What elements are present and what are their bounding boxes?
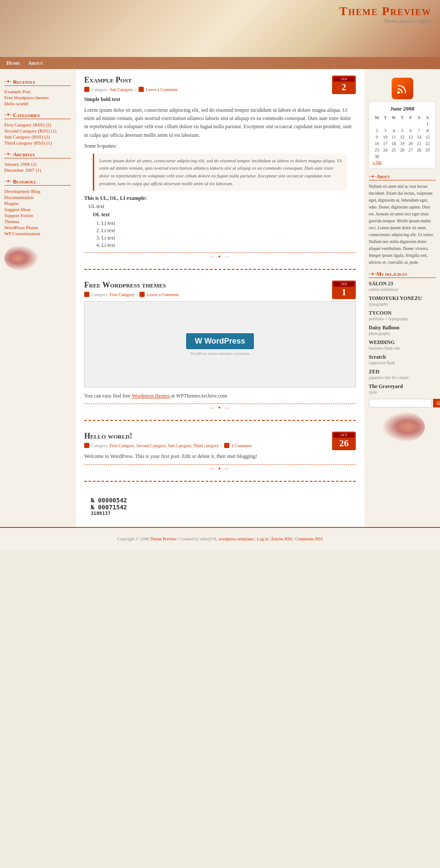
post2-category-link[interactable]: First Category [110,292,135,297]
footer-theme-link[interactable]: Theme Preview [150,537,177,541]
number-line3: 3108137 [91,511,349,516]
footer-entries-rss[interactable]: Entries RSS [271,537,292,541]
del-sub-2: portfolio + typography [369,316,436,321]
wordpress-screenshot: W WordPress WordPress admin interface sc… [84,301,356,388]
post1-month: JAN [333,77,355,82]
footer-login[interactable]: Log in [257,537,268,541]
cal-th-t2: T [398,114,407,121]
post1-body: Lorem ipsum dolor sit amet, consectetur … [84,106,356,139]
cal-row-3: 9101112131415 [373,134,432,140]
del-sub-6: japanese site for cirque [369,375,436,380]
sidebar-docs[interactable]: Documentation [4,194,71,200]
calendar-nav: « Jan [373,160,432,164]
sidebar-cat-sub[interactable]: Sub Category (RSS) (2) [4,134,71,140]
blood-splash-right [369,412,436,446]
post3-title: Hello world! [84,432,356,441]
post3-body: Welcome to WordPress. This is your first… [84,452,356,461]
cal-th-s: S [415,114,424,121]
del-title-3: Daisy Balloon [369,325,436,331]
cal-th-f: F [406,114,415,121]
post-example: JAN 2 Example Post Category: Sub Categor… [84,76,356,270]
footer-wp-templates[interactable]: wordpress templates [218,537,254,541]
nav-home[interactable]: Home [6,60,20,66]
post2-comment-icon [139,292,145,297]
post3-cat-sub[interactable]: Sub Category [168,443,191,448]
del-title-1: TOMOYUKI YONEZU [369,295,436,302]
del-title-2: TYCOON [369,310,436,316]
sidebar-link-example-post[interactable]: Example Post [4,88,71,95]
archives-title: Archives [4,151,71,158]
about-body: Nullam sit amet nisl ac erat luctus tinc… [369,183,436,266]
category-icon [84,87,89,92]
nav-about[interactable]: About [28,60,43,66]
main-wrapper: Recently Example Post Free Wordpress the… [0,69,440,527]
sidebar-link-free-themes[interactable]: Free Wordpress themes [4,95,71,101]
sidebar-dev-blog[interactable]: Development Blog [4,188,71,194]
post1-leave-comment[interactable]: Leave a Comment [146,87,177,92]
post1-bold: Simple bold text [84,96,356,103]
sidebar-cat-first[interactable]: First Category (RSS) (2) [4,122,71,128]
post1-divider: — ✦ — [84,253,356,259]
post3-divider: — ✦ — [84,464,356,471]
cal-th-t: T [381,114,390,121]
del-item-0: SALON 23 online exhibition [369,281,436,292]
svg-point-0 [397,91,400,94]
post2-themes-link[interactable]: Wordpress themes [132,393,170,399]
del-sub-7: style [369,390,436,395]
sidebar-support-forum[interactable]: Support Forum [4,212,71,218]
rss-icon [392,78,413,99]
sidebar-wp-custom[interactable]: WP Customization [4,230,71,237]
post2-divider: — ✦ — [84,404,356,410]
footer-comments-rss[interactable]: Comments RSS [295,537,323,541]
post2-title: Free Wordpress themes [84,281,356,290]
post1-meta: Category: Sub Category | Leave a Comment [84,87,328,92]
post1-category-link[interactable]: Sub Category [110,87,133,92]
del-sub-0: online exhibition [369,287,436,292]
sidebar-archive-dec[interactable]: December 2007 (1) [4,167,71,173]
sidebar-suggest-ideas[interactable]: Suggest Ideas [4,206,71,212]
cal-row-4: 16171819202122 [373,140,432,147]
sidebar-cat-third[interactable]: Third category (RSS) (1) [4,140,71,146]
post3-date-badge: OCT 26 [332,432,356,450]
cal-prev[interactable]: « Jan [373,160,382,164]
del-title-4: WEDDING [369,339,436,346]
post3-cat-second[interactable]: Second Category [136,443,166,448]
del-item-1: TOMOYUKI YONEZU typography [369,295,436,306]
sidebar-wp-planet[interactable]: WordPress Planet [4,224,71,230]
site-title-block: Theme Preview Theme preview tagline [339,4,431,25]
search-button[interactable]: Go [433,399,440,407]
cal-row-1: 1 [373,121,432,127]
del-item-4: WEDDING business flash site [369,339,436,350]
cal-row-2: 2345678 [373,127,432,134]
sidebar-link-hello-world[interactable]: Hello world! [4,101,71,107]
calendar-table: M T W T F S S 1 2345678 [373,114,432,160]
sidebar-cat-second[interactable]: Second Category (RSS) (1) [4,128,71,134]
post1-li-2: Li text [101,227,356,234]
cal-th-s2: S [423,114,432,121]
post3-cat-first[interactable]: First Category [110,443,134,448]
post3-comment-link[interactable]: 1 Comment [231,443,252,448]
ul-label: UL text [89,203,356,210]
post1-li-3: Li text [101,234,356,242]
calendar-title: June 2008 [373,105,432,112]
main-content: JAN 2 Example Post Category: Sub Categor… [76,69,364,527]
post2-day: 1 [333,287,355,298]
categories-title: Categories [4,112,71,119]
site-tagline: Theme preview tagline [339,18,431,25]
del-title-0: SALON 23 [369,281,436,287]
post2-body: You can easy find free Wordpress themes … [84,392,356,400]
sidebar-themes[interactable]: Themes [4,218,71,224]
post2-month: JAN [333,282,355,287]
post2-leave-comment[interactable]: Leave a Comment [147,292,178,297]
post3-day: 26 [333,438,355,449]
right-sidebar: June 2008 M T W T F S S 1 [364,69,440,527]
sidebar-archive-jan[interactable]: January 2008 (2) [4,161,71,167]
bquote-label: Some b-quotes: [84,143,356,149]
cal-th-m: M [373,114,381,121]
search-input[interactable] [369,399,432,407]
delicious-title: My del.icio.us [369,271,436,278]
post1-day: 2 [333,82,355,93]
sidebar-plugins[interactable]: Plugins [4,200,71,206]
post3-cat-third[interactable]: Third category [193,443,219,448]
post3-cat-icon [84,443,89,448]
